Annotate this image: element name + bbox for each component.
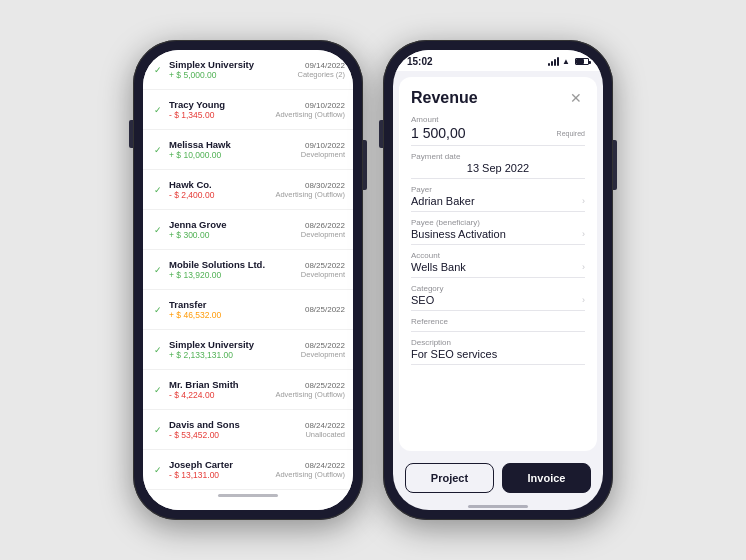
transaction-category: Categories (2) (297, 70, 345, 79)
amount-label: Amount (411, 115, 585, 124)
transaction-item[interactable]: ✓ Transfer + $ 46,532.00 08/25/2022 (143, 290, 353, 330)
transaction-name: Joseph Carter (169, 459, 271, 470)
home-indicator (468, 505, 528, 508)
transaction-icon: ✓ (151, 65, 165, 75)
transaction-icon: ✓ (151, 465, 165, 475)
transaction-date: 09/14/2022 (297, 61, 345, 70)
transaction-name: Mr. Brian Smith (169, 379, 271, 390)
payment-date-value: 13 Sep 2022 (411, 162, 585, 174)
signal-icon (548, 57, 559, 66)
transaction-icon: ✓ (151, 345, 165, 355)
chevron-down-icon: › (582, 229, 585, 239)
transaction-item[interactable]: ✓ Davis and Sons - $ 53,452.00 08/24/202… (143, 410, 353, 450)
transaction-amount: + $ 2,133,131.00 (169, 350, 297, 360)
status-icons: ▲ (548, 57, 589, 66)
transaction-amount: + $ 5,000.00 (169, 70, 293, 80)
category-field[interactable]: Category SEO › (411, 284, 585, 311)
transaction-date: 09/10/2022 (275, 101, 345, 110)
transaction-icon: ✓ (151, 305, 165, 315)
transaction-icon: ✓ (151, 105, 165, 115)
revenue-card: Revenue ✕ Amount 1 500,00 Required Payme… (399, 77, 597, 451)
chevron-down-icon: › (582, 196, 585, 206)
required-tag: Required (557, 130, 585, 137)
reference-label: Reference (411, 317, 585, 326)
transaction-item[interactable]: ✓ Jenna Grove + $ 300.00 08/26/2022 Deve… (143, 210, 353, 250)
amount-field[interactable]: Amount 1 500,00 Required (411, 115, 585, 146)
payment-date-field[interactable]: Payment date 13 Sep 2022 (411, 152, 585, 179)
wifi-icon: ▲ (562, 57, 570, 66)
transaction-icon: ✓ (151, 145, 165, 155)
home-indicator (218, 494, 278, 497)
transaction-name: Jenna Grove (169, 219, 297, 230)
payee-field[interactable]: Payee (beneficiary) Business Activation … (411, 218, 585, 245)
transaction-category: Development (301, 230, 345, 239)
status-time: 15:02 (407, 56, 433, 67)
transaction-name: Simplex University (169, 339, 297, 350)
transaction-category: Advertising (Outflow) (275, 470, 345, 479)
bottom-buttons: Project Invoice (393, 457, 603, 501)
transaction-category: Unallocated (305, 430, 345, 439)
reference-field[interactable]: Reference (411, 317, 585, 332)
account-value: Wells Bank (411, 261, 466, 273)
account-field[interactable]: Account Wells Bank › (411, 251, 585, 278)
transaction-item[interactable]: ✓ Tracy Young - $ 1,345.00 09/10/2022 Ad… (143, 90, 353, 130)
chevron-down-icon: › (582, 295, 585, 305)
revenue-header: Revenue ✕ (411, 89, 585, 107)
transaction-category: Advertising (Outflow) (275, 190, 345, 199)
transaction-category: Development (301, 350, 345, 359)
invoice-button[interactable]: Invoice (502, 463, 591, 493)
transaction-amount: + $ 13,920.00 (169, 270, 297, 280)
left-phone: ✓ Simplex University + $ 5,000.00 09/14/… (133, 40, 363, 520)
close-button[interactable]: ✕ (567, 89, 585, 107)
payer-label: Payer (411, 185, 585, 194)
transaction-amount: + $ 46,532.00 (169, 310, 301, 320)
project-button[interactable]: Project (405, 463, 494, 493)
transaction-amount: - $ 2,400.00 (169, 190, 271, 200)
transaction-icon: ✓ (151, 425, 165, 435)
account-label: Account (411, 251, 585, 260)
category-label: Category (411, 284, 585, 293)
transaction-date: 08/25/2022 (301, 261, 345, 270)
transaction-name: Tracy Young (169, 99, 271, 110)
transaction-item[interactable]: ✓ Hawk Co. - $ 2,400.00 08/30/2022 Adver… (143, 170, 353, 210)
transaction-item[interactable]: ✓ Mr. Brian Smith - $ 4,224.00 08/25/202… (143, 370, 353, 410)
description-label: Description (411, 338, 585, 347)
transaction-amount: + $ 10,000.00 (169, 150, 297, 160)
transaction-date: 08/25/2022 (305, 305, 345, 314)
payer-value: Adrian Baker (411, 195, 475, 207)
transaction-amount: - $ 1,345.00 (169, 110, 271, 120)
transaction-date: 08/25/2022 (301, 341, 345, 350)
transaction-amount: + $ 300.00 (169, 230, 297, 240)
description-field[interactable]: Description For SEO services (411, 338, 585, 365)
transaction-date: 08/26/2022 (301, 221, 345, 230)
revenue-screen: 15:02 ▲ (393, 50, 603, 510)
transaction-amount: - $ 13,131.00 (169, 470, 271, 480)
payee-value: Business Activation (411, 228, 506, 240)
transaction-category: Advertising (Outflow) (275, 390, 345, 399)
transaction-item[interactable]: ✓ Joseph Carter - $ 13,131.00 08/24/2022… (143, 450, 353, 490)
transaction-date: 08/30/2022 (275, 181, 345, 190)
category-value: SEO (411, 294, 434, 306)
transaction-icon: ✓ (151, 265, 165, 275)
transaction-item[interactable]: ✓ Simplex University + $ 2,133,131.00 08… (143, 330, 353, 370)
transaction-item[interactable]: ✓ Simplex University + $ 5,000.00 09/14/… (143, 50, 353, 90)
transaction-icon: ✓ (151, 185, 165, 195)
chevron-down-icon: › (582, 262, 585, 272)
right-phone: 15:02 ▲ (383, 40, 613, 520)
battery-icon (575, 58, 589, 65)
transaction-date: 08/24/2022 (275, 461, 345, 470)
transaction-item[interactable]: ✓ Mobile Solutions Ltd. + $ 13,920.00 08… (143, 250, 353, 290)
transaction-name: Mobile Solutions Ltd. (169, 259, 297, 270)
transaction-category: Advertising (Outflow) (275, 110, 345, 119)
revenue-title: Revenue (411, 89, 478, 107)
payer-field[interactable]: Payer Adrian Baker › (411, 185, 585, 212)
transaction-category: Development (301, 150, 345, 159)
amount-value: 1 500,00 (411, 125, 466, 141)
transaction-name: Melissa Hawk (169, 139, 297, 150)
transaction-date: 08/24/2022 (305, 421, 345, 430)
transaction-name: Davis and Sons (169, 419, 301, 430)
transaction-name: Transfer (169, 299, 301, 310)
transaction-icon: ✓ (151, 385, 165, 395)
transaction-icon: ✓ (151, 225, 165, 235)
transaction-item[interactable]: ✓ Melissa Hawk + $ 10,000.00 09/10/2022 … (143, 130, 353, 170)
